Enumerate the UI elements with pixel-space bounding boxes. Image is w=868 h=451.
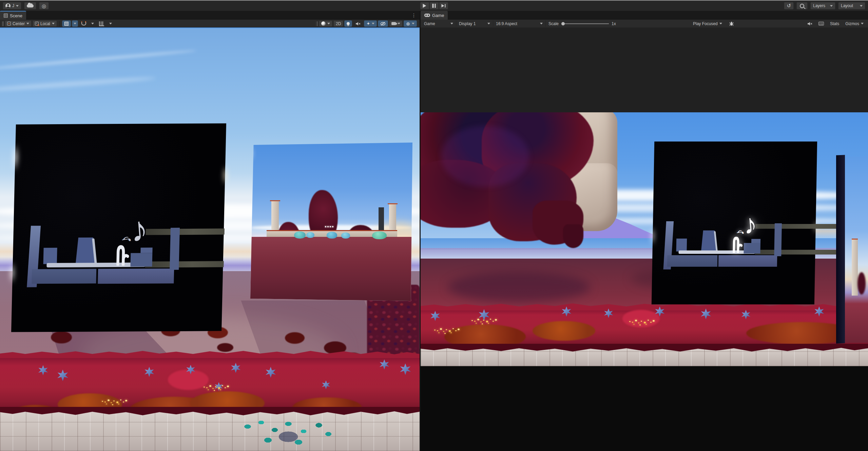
snap-options-dropdown[interactable]	[90, 20, 96, 27]
platform-block	[43, 248, 57, 264]
platform-wall	[170, 228, 180, 270]
slime	[372, 231, 387, 239]
chevron-down-icon	[861, 23, 864, 24]
snap-toggle[interactable]	[79, 20, 89, 27]
light-bulb-icon	[347, 22, 350, 25]
chevron-down-icon	[412, 23, 414, 24]
platform-floor	[667, 255, 717, 267]
drag-handle-icon[interactable]	[316, 21, 318, 26]
level-frame: ♪ ♪	[652, 142, 817, 304]
mute-audio-toggle[interactable]	[805, 20, 815, 27]
gamepad-icon	[424, 14, 430, 17]
speaker-muted-icon	[355, 22, 361, 26]
keyboard-icon	[818, 22, 824, 25]
play-focused-dropdown[interactable]: Play Focused	[691, 20, 725, 27]
edge-portal-side	[836, 155, 845, 344]
ruler-icon	[99, 21, 104, 26]
scale-control: Scale 1x	[546, 20, 619, 27]
stone-wall	[0, 410, 420, 451]
grid-visibility-toggle[interactable]	[62, 20, 71, 27]
play-icon	[423, 4, 426, 8]
hidden-objects-toggle[interactable]	[378, 20, 388, 27]
shading-sphere-icon	[321, 21, 326, 26]
layout-dropdown[interactable]: Layout	[838, 2, 865, 10]
search-icon	[800, 4, 804, 8]
tab-game[interactable]: Game	[421, 11, 448, 20]
edge-portal-pillar	[852, 239, 858, 296]
gizmos-dropdown[interactable]: Gizmos	[843, 20, 866, 27]
edge-portal-front	[845, 156, 868, 343]
scene-gizmo-nav-dropdown[interactable]: ⊕	[404, 20, 417, 27]
undo-history-button[interactable]: ↺	[784, 2, 794, 10]
scene-effects-dropdown[interactable]: ✦	[364, 20, 377, 27]
scene-viewport[interactable]: ♪ ♪	[0, 27, 420, 451]
debug-bug-button[interactable]	[727, 20, 736, 27]
separator	[59, 21, 60, 26]
stats-toggle[interactable]: Stats	[828, 20, 842, 27]
shading-mode-dropdown[interactable]	[319, 20, 332, 27]
scene-lighting-toggle[interactable]	[344, 20, 352, 27]
platform-steps	[131, 253, 153, 267]
chevron-down-icon	[830, 5, 833, 7]
scene-camera-dropdown[interactable]	[389, 20, 403, 27]
edge-flare	[650, 226, 655, 246]
gizmos-label: Gizmos	[845, 21, 859, 26]
edge-flare	[12, 143, 19, 172]
platform-steps	[744, 243, 760, 254]
play-button[interactable]	[420, 2, 429, 10]
worm-note-sprite	[115, 242, 131, 266]
game-toolbar-left: Game Display 1 16:9 Aspect Scale 1x	[421, 20, 619, 27]
2d-mode-toggle[interactable]: 2D	[333, 20, 343, 27]
step-button[interactable]	[439, 2, 448, 10]
letterbox-top	[421, 27, 868, 112]
scale-slider[interactable]	[561, 22, 609, 26]
edge-portal-frame	[836, 155, 868, 343]
pause-button[interactable]	[429, 2, 439, 10]
chevron-down-icon	[372, 23, 374, 24]
search-button[interactable]	[796, 2, 808, 10]
snap-increment-dropdown[interactable]	[108, 20, 114, 27]
aspect-label: 16:9 Aspect	[496, 21, 517, 26]
game-viewport[interactable]: ♪ ♪	[421, 27, 868, 451]
platform-floor	[718, 255, 777, 267]
play-focus-group: Play Focused	[691, 20, 736, 27]
slime	[306, 232, 314, 238]
chevron-down-icon	[109, 23, 112, 24]
cloud-services-button[interactable]	[24, 2, 36, 10]
edge-portal-coral	[857, 272, 866, 295]
platform-block	[676, 239, 687, 251]
tool-handle-pivot-dropdown[interactable]: Center	[5, 20, 32, 27]
chevron-down-icon	[860, 5, 863, 7]
slime	[327, 232, 337, 239]
coral-sheen	[441, 126, 529, 187]
input-debug-button[interactable]	[816, 20, 826, 27]
tab-scene[interactable]: Scene	[0, 11, 26, 20]
unity-editor-window: J ◎ ↺	[0, 0, 868, 451]
2d-label: 2D	[336, 21, 341, 26]
grid-options-dropdown[interactable]	[72, 20, 78, 27]
layers-dropdown[interactable]: Layers	[810, 2, 835, 10]
display-dropdown[interactable]: Display 1	[456, 20, 493, 27]
scale-slider-knob[interactable]	[561, 22, 565, 25]
aspect-dropdown[interactable]: 16:9 Aspect	[493, 20, 546, 27]
toolbar-right-cluster: ↺ Layers Layout	[784, 2, 865, 10]
tool-handle-rotation-dropdown[interactable]: Local	[33, 20, 57, 27]
layers-label: Layers	[813, 3, 825, 8]
scene-audio-toggle[interactable]	[353, 20, 363, 27]
scene-toolbar: Center Local	[0, 20, 420, 28]
game-target-dropdown[interactable]: Game	[421, 20, 456, 27]
play-controls	[420, 2, 448, 10]
drag-handle-icon[interactable]	[2, 21, 4, 26]
snap-increment-button[interactable]	[97, 20, 107, 27]
slime	[294, 231, 305, 239]
unity-hub-button[interactable]: ◎	[39, 2, 49, 10]
account-cluster: J ◎	[3, 2, 49, 10]
portal-note-dots	[325, 226, 326, 227]
scene-grid-icon	[4, 14, 8, 18]
grid-icon	[64, 22, 69, 26]
worm-note-sprite	[732, 234, 744, 253]
pane-menu-icon[interactable]: ⋮	[411, 13, 416, 18]
chevron-down-icon	[26, 23, 29, 24]
step-icon	[441, 4, 446, 7]
account-button[interactable]: J	[3, 2, 21, 10]
